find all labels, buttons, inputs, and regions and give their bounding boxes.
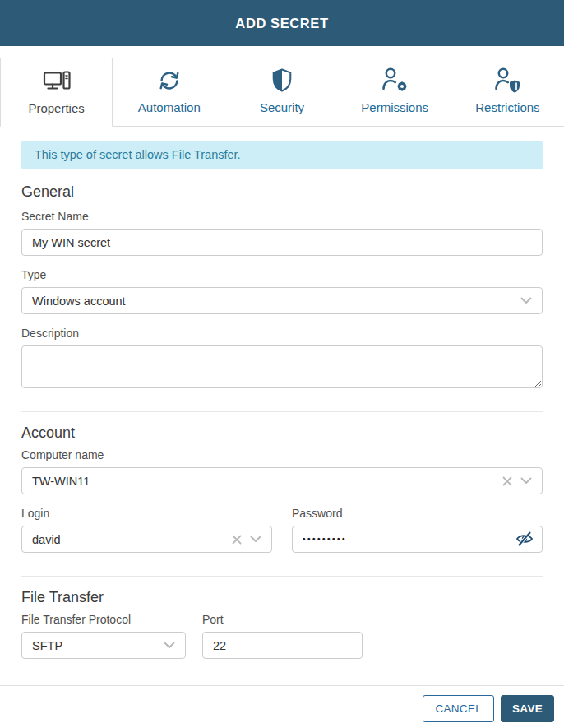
save-button[interactable]: SAVE: [501, 695, 554, 722]
section-heading-file-transfer: File Transfer: [21, 588, 543, 606]
dialog-body: This type of secret allows File Transfer…: [0, 127, 564, 685]
user-shield-icon: [492, 67, 522, 93]
protocol-value: SFTP: [32, 639, 164, 652]
tab-label: Restrictions: [475, 100, 539, 114]
dialog-title: ADD SECRET: [235, 16, 328, 31]
chevron-down-icon[interactable]: [250, 536, 261, 543]
login-value: david: [32, 533, 232, 546]
secret-name-input[interactable]: [21, 229, 543, 256]
protocol-label: File Transfer Protocol: [21, 613, 186, 627]
tab-label: Security: [260, 100, 304, 114]
tab-label: Automation: [138, 100, 201, 114]
shield-icon: [270, 67, 294, 93]
password-label: Password: [292, 507, 543, 521]
type-select-value: Windows account: [32, 294, 520, 308]
info-banner: This type of secret allows File Transfer…: [21, 141, 543, 169]
tab-security[interactable]: Security: [225, 58, 338, 126]
tab-bar: Properties Automation Security: [0, 58, 564, 127]
section-heading-account: Account: [21, 424, 543, 442]
tab-label: Permissions: [361, 100, 428, 114]
banner-text-suffix: .: [238, 148, 241, 161]
login-combobox[interactable]: david: [21, 526, 272, 553]
computer-name-label: Computer name: [21, 448, 543, 462]
add-secret-dialog: ADD SECRET Properties: [0, 0, 564, 728]
type-label: Type: [21, 268, 543, 282]
section-divider: [21, 411, 543, 412]
computer-name-value: TW-WIN11: [32, 475, 502, 488]
secret-name-label: Secret Name: [21, 210, 543, 224]
port-label: Port: [202, 613, 363, 627]
description-textarea[interactable]: [21, 345, 543, 388]
protocol-select[interactable]: SFTP: [21, 632, 186, 659]
tab-label: Properties: [28, 101, 84, 115]
login-label: Login: [21, 507, 272, 521]
cancel-button[interactable]: CANCEL: [423, 695, 494, 722]
description-label: Description: [21, 327, 543, 341]
chevron-down-icon: [164, 642, 175, 649]
type-select[interactable]: Windows account: [21, 287, 543, 314]
tab-restrictions[interactable]: Restrictions: [451, 58, 564, 126]
computer-name-combobox[interactable]: TW-WIN11: [21, 467, 543, 494]
chevron-down-icon[interactable]: [520, 477, 532, 485]
chevron-down-icon: [520, 297, 532, 304]
desktop-icon: [43, 67, 71, 94]
eye-off-icon[interactable]: [515, 531, 534, 550]
tab-permissions[interactable]: Permissions: [339, 58, 451, 126]
sync-icon: [157, 67, 182, 93]
password-input[interactable]: [292, 526, 543, 553]
user-gear-icon: [380, 67, 409, 93]
file-transfer-link[interactable]: File Transfer: [172, 148, 238, 161]
clear-x-icon[interactable]: [502, 476, 512, 486]
section-divider: [21, 576, 543, 577]
section-heading-general: General: [21, 183, 543, 201]
tab-automation[interactable]: Automation: [113, 58, 225, 126]
tab-properties[interactable]: Properties: [0, 58, 113, 127]
dialog-footer: CANCEL SAVE: [0, 685, 564, 728]
clear-x-icon[interactable]: [232, 535, 242, 545]
dialog-header: ADD SECRET: [0, 0, 564, 46]
port-input[interactable]: [202, 632, 363, 659]
banner-text: This type of secret allows: [35, 148, 172, 161]
